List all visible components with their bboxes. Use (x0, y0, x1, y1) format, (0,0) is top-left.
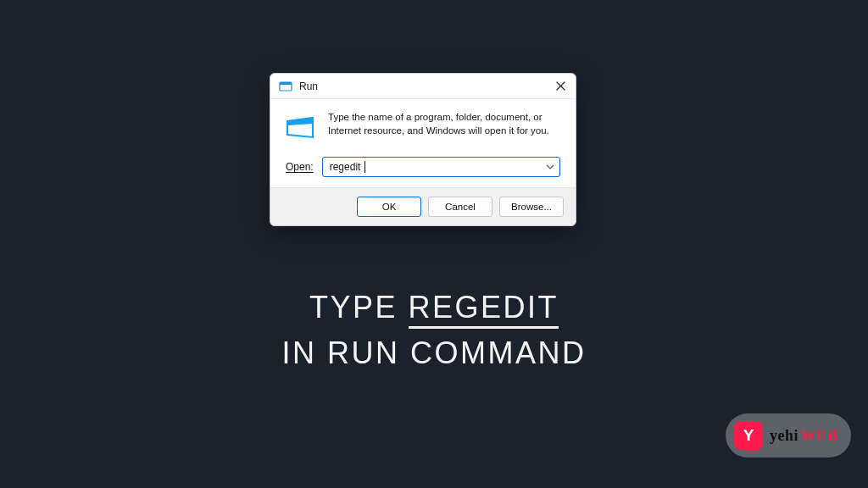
run-app-icon (279, 80, 292, 93)
dialog-button-row: OK Cancel Browse... (270, 187, 576, 225)
close-icon[interactable] (554, 80, 567, 93)
dialog-title: Run (299, 80, 554, 92)
text-caret (364, 161, 365, 173)
open-combobox[interactable] (322, 157, 560, 177)
caption-highlight: REGEDIT (409, 290, 559, 329)
caption-line2: IN RUN COMMAND (0, 336, 868, 371)
cancel-button[interactable]: Cancel (428, 197, 492, 217)
open-input[interactable] (322, 157, 560, 177)
logo-letter: Y (743, 426, 754, 445)
instruction-caption: TYPE REGEDIT IN RUN COMMAND (0, 290, 868, 371)
titlebar: Run (270, 74, 576, 99)
dialog-body: Type the name of a program, folder, docu… (270, 99, 576, 187)
run-dialog: Run Type the name of a program, folder, … (270, 73, 576, 226)
yehiweb-logo: Y yehi WEB (726, 413, 851, 458)
logo-badge: Y (734, 421, 763, 450)
dialog-description: Type the name of a program, folder, docu… (328, 111, 560, 143)
open-label: Open: (286, 161, 314, 173)
chevron-down-icon[interactable] (545, 162, 555, 172)
run-large-icon (286, 113, 316, 143)
svg-rect-1 (280, 82, 292, 85)
logo-wordmark: yehi WEB (770, 427, 838, 445)
ok-button[interactable]: OK (357, 197, 421, 217)
browse-button[interactable]: Browse... (499, 197, 564, 217)
caption-prefix: TYPE (309, 290, 409, 324)
